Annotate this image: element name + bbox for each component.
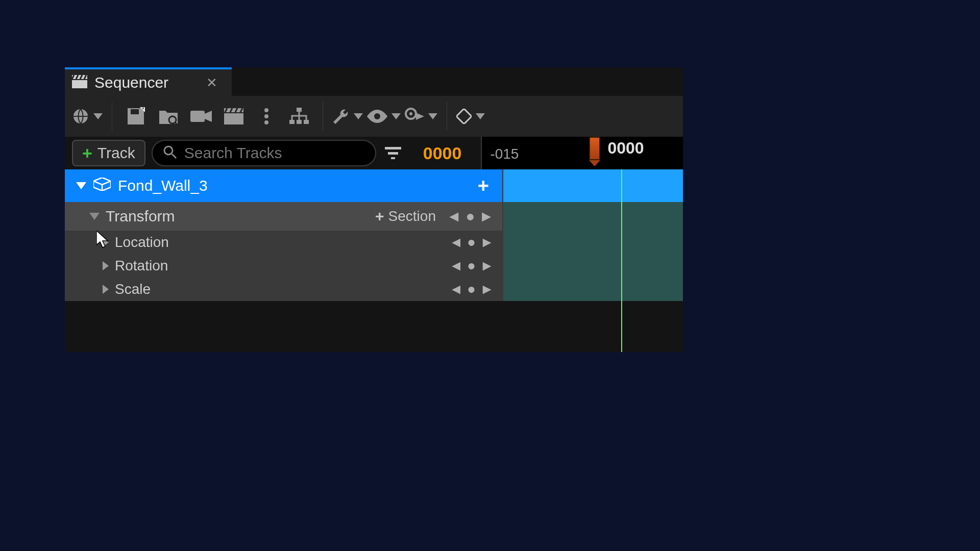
svg-line-39 (172, 154, 176, 158)
playback-settings-button[interactable] (405, 102, 437, 131)
keyframe-button[interactable] (456, 102, 485, 131)
tab-sequencer[interactable]: Sequencer ✕ (65, 67, 232, 96)
rotation-label: Rotation (115, 258, 168, 274)
add-track-label: Track (97, 144, 135, 162)
chevron-down-icon (391, 113, 401, 119)
next-key-button[interactable]: ► (480, 258, 494, 274)
add-track-button[interactable]: + Track (72, 140, 145, 166)
object-track-row[interactable]: Fond_Wall_3 + (65, 169, 683, 202)
add-section-button[interactable]: + Section (375, 208, 436, 225)
expand-icon[interactable] (103, 285, 109, 294)
location-label: Location (115, 234, 169, 251)
svg-point-30 (374, 113, 380, 119)
tab-title: Sequencer (94, 74, 168, 91)
plus-icon: + (375, 208, 384, 225)
expand-icon[interactable] (89, 213, 100, 220)
filter-button[interactable] (382, 142, 404, 164)
add-key-button[interactable]: ● (467, 258, 476, 274)
expand-icon[interactable] (103, 261, 109, 270)
svg-marker-35 (428, 113, 437, 119)
chevron-down-icon (354, 113, 363, 119)
add-key-button[interactable]: ● (465, 208, 475, 225)
divider (112, 102, 112, 131)
svg-marker-37 (476, 113, 485, 119)
camera-button[interactable] (187, 102, 215, 131)
svg-text:*: * (142, 107, 144, 113)
search-icon (163, 145, 177, 161)
location-lane[interactable] (502, 231, 683, 254)
plus-icon: + (82, 144, 92, 162)
hierarchy-button[interactable] (285, 102, 313, 131)
svg-rect-0 (72, 80, 87, 88)
svg-rect-42 (391, 157, 395, 159)
svg-point-22 (264, 108, 268, 112)
svg-marker-29 (354, 113, 363, 119)
svg-rect-14 (190, 111, 205, 122)
sequencer-trackbar: + Track 0000 -015 0000 (65, 137, 683, 169)
svg-marker-36 (456, 109, 472, 124)
next-key-button[interactable]: ► (479, 208, 494, 225)
staticmesh-icon (93, 177, 111, 194)
svg-marker-34 (416, 113, 424, 120)
location-track-row[interactable]: Location ◄ ● ► (65, 231, 683, 254)
wrench-button[interactable] (332, 102, 363, 131)
svg-marker-7 (93, 113, 103, 119)
svg-rect-9 (131, 109, 139, 114)
playhead-frame-label: 0000 (607, 139, 644, 158)
eye-button[interactable] (367, 102, 401, 131)
prev-key-button[interactable]: ◄ (449, 234, 463, 251)
svg-rect-25 (297, 108, 302, 112)
svg-point-38 (164, 146, 173, 155)
save-button[interactable]: * (121, 102, 150, 131)
sequencer-panel: Sequencer ✕ * (65, 67, 683, 352)
chevron-down-icon (428, 113, 437, 119)
actions-button[interactable] (252, 102, 281, 131)
scale-lane[interactable] (502, 278, 683, 301)
add-property-button[interactable]: + (478, 175, 489, 197)
object-lane[interactable] (502, 169, 683, 202)
divider (447, 102, 447, 131)
svg-rect-27 (297, 120, 302, 124)
search-input[interactable] (184, 144, 365, 162)
scale-label: Scale (115, 281, 151, 297)
world-button[interactable] (72, 102, 103, 131)
prev-key-button[interactable]: ◄ (446, 208, 461, 225)
current-frame-display[interactable]: 0000 (410, 143, 475, 163)
key-nav: ◄ ● ► (449, 234, 494, 251)
scale-track-row[interactable]: Scale ◄ ● ► (65, 278, 683, 301)
prev-key-button[interactable]: ◄ (449, 281, 463, 297)
section-label: Section (388, 208, 436, 224)
timeline-ruler[interactable]: -015 0000 (481, 137, 683, 169)
object-name: Fond_Wall_3 (118, 177, 208, 194)
transform-label: Transform (106, 208, 175, 225)
add-key-button[interactable]: ● (467, 234, 476, 251)
tracks-list: Fond_Wall_3 + Transform + Section ◄ ● ► (65, 169, 683, 338)
next-key-button[interactable]: ► (480, 281, 494, 297)
tracks-spacer (65, 301, 683, 338)
key-nav: ◄ ● ► (449, 258, 494, 274)
svg-rect-26 (289, 120, 295, 124)
close-icon[interactable]: ✕ (206, 76, 217, 89)
chevron-down-icon (93, 113, 103, 119)
ruler-label: -015 (490, 146, 519, 162)
rotation-track-row[interactable]: Rotation ◄ ● ► (65, 254, 683, 278)
playhead-scrubber[interactable] (589, 137, 600, 160)
svg-rect-40 (385, 147, 401, 149)
next-key-button[interactable]: ► (480, 234, 494, 251)
expand-icon[interactable] (103, 238, 109, 247)
svg-marker-15 (205, 111, 212, 122)
transform-lane[interactable] (502, 202, 683, 231)
svg-point-24 (264, 120, 268, 124)
expand-icon[interactable] (76, 182, 86, 189)
transform-track-row[interactable]: Transform + Section ◄ ● ► (65, 202, 683, 231)
key-nav: ◄ ● ► (446, 208, 494, 225)
tab-bar: Sequencer ✕ (65, 67, 683, 96)
browse-button[interactable] (154, 102, 183, 131)
rotation-lane[interactable] (502, 254, 683, 278)
search-tracks-field[interactable] (152, 140, 376, 166)
chevron-down-icon (476, 113, 485, 119)
prev-key-button[interactable]: ◄ (449, 258, 463, 274)
render-button[interactable] (219, 102, 248, 131)
clapper-icon (72, 75, 87, 90)
add-key-button[interactable]: ● (467, 281, 476, 297)
